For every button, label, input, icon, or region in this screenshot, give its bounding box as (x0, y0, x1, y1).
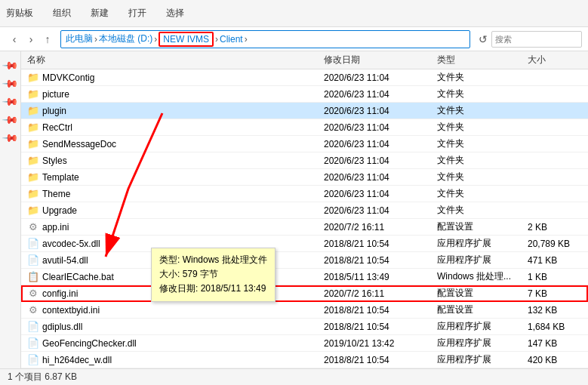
table-row[interactable]: 📄 hi_h264dec_w.dll 2018/8/21 10:54 应用程序扩… (21, 352, 588, 368)
table-row[interactable]: 📁 Styles 2020/6/23 11:04 文件夹 (21, 152, 588, 169)
sidebar: 📌 📌 📌 📌 📌 (0, 51, 21, 368)
table-row[interactable]: 📁 Upgrade 2020/6/23 11:04 文件夹 (21, 202, 588, 219)
dll-icon: 📄 (27, 254, 39, 266)
file-name-cell: ⚙ app.ini (24, 221, 321, 233)
file-modified-cell: 2020/6/23 11:04 (321, 205, 434, 216)
status-text: 1 个项目 6.87 KB (8, 371, 77, 383)
file-modified-cell: 2020/6/23 11:04 (321, 172, 434, 183)
file-name-cell: 📁 Theme (24, 188, 321, 200)
file-type-cell: 应用程序扩展 (434, 320, 525, 333)
breadcrumb-drive[interactable]: 本地磁盘 (D:) (99, 32, 152, 45)
folder-icon: 📁 (27, 171, 39, 183)
file-name-cell: 📄 hi_h264dec_w.dll (24, 354, 321, 366)
folder-icon: 📁 (27, 72, 39, 84)
table-row[interactable]: 📁 MDVKContig 2020/6/23 11:04 文件夹 (21, 69, 588, 86)
breadcrumb[interactable]: 此电脑 › 本地磁盘 (D:) › NEW IVMS › Client › (60, 30, 470, 48)
file-size-cell: 20,789 KB (525, 239, 585, 249)
toolbar-clipboard: 剪贴板 (6, 7, 38, 20)
search-input[interactable] (491, 31, 582, 48)
file-type-cell: 配置设置 (434, 303, 525, 316)
tooltip-size: 大小: 579 字节 (159, 267, 267, 282)
toolbar: 剪贴板 组织 新建 打开 选择 (0, 0, 588, 27)
dll-icon: 📄 (27, 321, 39, 333)
toolbar-new: 新建 (91, 7, 113, 20)
folder-icon: 📁 (27, 88, 39, 100)
table-row[interactable]: 📁 RecCtrl 2020/6/23 11:04 文件夹 (21, 119, 588, 136)
table-row[interactable]: 📋 ClearIECache.bat 2018/5/11 13:49 Windo… (21, 269, 588, 285)
file-modified-cell: 2018/8/21 10:54 (321, 239, 434, 249)
pin-icon-1[interactable]: 📌 (0, 55, 20, 75)
table-row[interactable]: 📁 picture 2020/6/23 11:04 文件夹 (21, 86, 588, 103)
file-type-cell: 文件夹 (434, 171, 525, 183)
main-area: 📌 📌 📌 📌 📌 名称 修改日期 类型 大小 📁 MDVKContig 202… (0, 51, 588, 368)
table-row[interactable]: 📁 Theme 2020/6/23 11:04 文件夹 (21, 186, 588, 202)
pin-icon-4[interactable]: 📌 (0, 109, 20, 129)
table-row[interactable]: ⚙ app.ini 2020/7/2 16:11 配置设置 2 KB (21, 219, 588, 236)
folder-icon: 📁 (27, 155, 39, 167)
file-type-cell: 应用程序扩展 (434, 237, 525, 250)
table-row[interactable]: 📄 avcodec-5x.dll 2018/8/21 10:54 应用程序扩展 … (21, 236, 588, 252)
file-modified-cell: 2020/6/23 11:04 (321, 122, 434, 133)
table-row[interactable]: 📁 Template 2020/6/23 11:04 文件夹 (21, 169, 588, 186)
file-name-cell: 📁 MDVKContig (24, 72, 321, 84)
table-row[interactable]: 📁 SendMessageDoc 2020/6/23 11:04 文件夹 (21, 136, 588, 152)
toolbar-new-label: 新建 (91, 7, 109, 20)
table-row[interactable]: ⚙ contextbyid.ini 2018/8/21 10:54 配置设置 1… (21, 302, 588, 319)
file-modified-cell: 2018/8/21 10:54 (321, 255, 434, 266)
status-bar: 1 个项目 6.87 KB (0, 368, 588, 385)
file-name-cell: 📄 GeoFencingChecker.dll (24, 337, 321, 350)
file-size-cell: 2 KB (525, 222, 585, 233)
table-row[interactable]: ⚙ config.ini 2020/7/2 16:11 配置设置 7 KB (21, 285, 588, 302)
file-name-cell: 📁 Template (24, 171, 321, 183)
tooltip: 类型: Windows 批处理文件 大小: 579 字节 修改日期: 2018/… (151, 248, 276, 302)
column-modified[interactable]: 修改日期 (321, 54, 434, 66)
folder-icon: 📁 (27, 122, 39, 134)
tooltip-type: 类型: Windows 批处理文件 (159, 253, 267, 267)
file-type-cell: 文件夹 (434, 204, 525, 217)
folder-icon: 📁 (27, 188, 39, 200)
column-name[interactable]: 名称 (24, 54, 321, 66)
column-type[interactable]: 类型 (434, 54, 525, 66)
file-name-cell: ⚙ contextbyid.ini (24, 304, 321, 316)
file-modified-cell: 2020/6/23 11:04 (321, 139, 434, 149)
file-name-cell: 📁 SendMessageDoc (24, 138, 321, 150)
table-row[interactable]: 📄 gdiplus.dll 2018/8/21 10:54 应用程序扩展 1,6… (21, 319, 588, 335)
file-modified-cell: 2018/5/11 13:49 (321, 272, 434, 282)
breadcrumb-newivms[interactable]: NEW IVMS (159, 32, 214, 47)
file-modified-cell: 2020/7/2 16:11 (321, 222, 434, 233)
toolbar-select: 选择 (166, 7, 189, 20)
refresh-button[interactable]: ↺ (475, 31, 491, 48)
ini-icon: ⚙ (27, 221, 39, 233)
file-type-cell: 文件夹 (434, 71, 525, 84)
breadcrumb-computer[interactable]: 此电脑 (66, 32, 93, 45)
toolbar-open-label: 打开 (128, 7, 146, 20)
bat-icon: 📋 (27, 271, 39, 283)
pin-icon-2[interactable]: 📌 (0, 73, 20, 93)
table-row[interactable]: 📄 avutil-54.dll 2018/8/21 10:54 应用程序扩展 4… (21, 252, 588, 269)
file-size-cell: 471 KB (525, 255, 585, 266)
file-type-cell: 文件夹 (434, 154, 525, 167)
file-size-cell: 420 KB (525, 355, 585, 365)
file-size-cell: 1 KB (525, 272, 585, 282)
file-type-cell: 配置设置 (434, 220, 525, 233)
column-size[interactable]: 大小 (525, 54, 585, 66)
forward-button[interactable]: › (23, 31, 39, 48)
pin-icon-3[interactable]: 📌 (0, 91, 20, 111)
file-modified-cell: 2020/7/2 16:11 (321, 288, 434, 299)
toolbar-clipboard-label: 剪贴板 (6, 7, 33, 20)
ini-icon: ⚙ (27, 288, 39, 300)
pin-icon-5[interactable]: 📌 (0, 128, 20, 147)
table-row[interactable]: 📁 plugin 2020/6/23 11:04 文件夹 (21, 103, 588, 119)
file-type-cell: 文件夹 (434, 187, 525, 200)
up-button[interactable]: ↑ (39, 31, 56, 48)
folder-icon: 📁 (27, 205, 39, 217)
file-type-cell: 应用程序扩展 (434, 254, 525, 266)
back-button[interactable]: ‹ (6, 31, 23, 48)
table-row[interactable]: 📄 GeoFencingChecker.dll 2019/10/21 13:42… (21, 335, 588, 352)
file-modified-cell: 2020/6/23 11:04 (321, 189, 434, 199)
file-name-cell: 📁 picture (24, 88, 321, 100)
breadcrumb-client[interactable]: Client (220, 34, 243, 45)
file-name-cell: 📁 plugin (24, 105, 321, 117)
file-name-cell: 📄 gdiplus.dll (24, 321, 321, 333)
file-modified-cell: 2020/6/23 11:04 (321, 106, 434, 116)
